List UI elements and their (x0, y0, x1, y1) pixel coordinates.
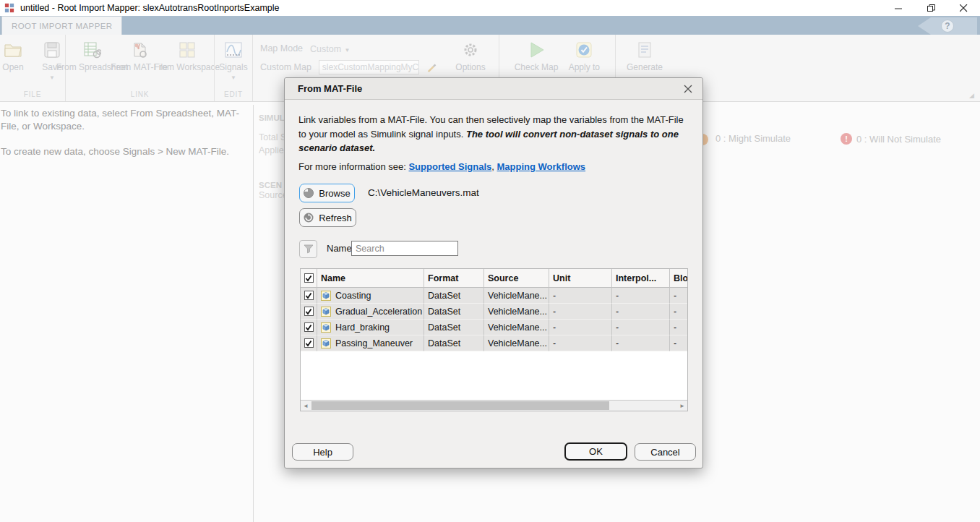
variable-format: DataSet (424, 304, 484, 320)
gear-icon (461, 40, 480, 59)
table-header-row: Name Format Source Unit Interpol... Bloc (301, 269, 688, 288)
variable-format: DataSet (424, 288, 484, 304)
link-group-label: LINK (66, 90, 214, 101)
dialog-titlebar[interactable]: From MAT-File (285, 78, 702, 100)
help-chevron: ? (918, 17, 977, 35)
table-row[interactable]: Gradual_Acceleration DataSet VehicleMane… (301, 304, 688, 320)
scrollbar-thumb[interactable] (311, 401, 609, 410)
window-titlebar: untitled - Root Import Mapper: slexAutot… (0, 0, 980, 16)
close-window-button[interactable] (947, 0, 980, 16)
variable-block: - (670, 304, 688, 320)
row-checkbox[interactable] (304, 338, 314, 348)
variable-name: Passing_Maneuver (335, 338, 413, 348)
custom-map-field[interactable]: slexCustomMappingMyCu (319, 60, 419, 74)
edit-custom-map-icon[interactable] (426, 61, 437, 73)
custom-map-label: Custom Map (260, 62, 311, 72)
search-input[interactable] (351, 241, 458, 256)
col-header-source[interactable]: Source (484, 269, 549, 288)
variable-interpolation: - (612, 320, 670, 335)
apply-check-icon (575, 40, 593, 59)
signals-dropdown-arrow[interactable]: ▼ (231, 74, 236, 81)
variable-interpolation: - (612, 335, 670, 351)
open-folder-icon (4, 40, 22, 59)
generate-button[interactable]: Generate (627, 40, 663, 73)
hint-create-data: To create new data, choose Signals > New… (0, 145, 249, 158)
col-header-block[interactable]: Bloc (670, 269, 688, 288)
hint-panel: To link to existing data, select From Sp… (0, 107, 249, 171)
col-header-name[interactable]: Name (317, 269, 424, 288)
hint-link-data: To link to existing data, select From Sp… (0, 107, 249, 133)
spreadsheet-icon (82, 40, 101, 59)
refresh-button[interactable]: Refresh (299, 208, 356, 227)
row-checkbox[interactable] (304, 322, 314, 332)
ok-button[interactable]: OK (564, 442, 627, 461)
variables-table: Name Format Source Unit Interpol... Bloc… (300, 268, 688, 411)
dialog-description: Link variables from a MAT-File. You can … (298, 113, 692, 155)
signals-sine-icon (224, 40, 243, 59)
col-header-interpolation[interactable]: Interpol... (612, 269, 670, 288)
col-header-unit[interactable]: Unit (549, 269, 612, 288)
fragment-scenario-header: SCEN (259, 181, 285, 189)
save-button[interactable]: Save ▼ (36, 40, 68, 81)
minimize-button[interactable] (882, 0, 915, 16)
variable-format: DataSet (424, 320, 484, 335)
filter-button[interactable] (299, 240, 317, 258)
check-map-play-icon (527, 40, 546, 59)
horizontal-scrollbar[interactable]: ◄ ► (301, 400, 687, 411)
open-button[interactable]: Open (0, 40, 29, 73)
from-spreadsheet-button[interactable]: From Spreadsheet (70, 40, 114, 73)
dialog-title: From MAT-File (298, 83, 362, 94)
variable-name: Hard_braking (335, 322, 390, 333)
cancel-button[interactable]: Cancel (635, 443, 696, 461)
variable-name: Gradual_Acceleration (335, 307, 422, 317)
variable-unit: - (549, 320, 612, 335)
dialog-close-icon[interactable] (681, 82, 695, 96)
table-row[interactable]: Coasting DataSet VehicleMane... - - - (301, 288, 688, 304)
table-row[interactable]: Hard_braking DataSet VehicleMane... - - … (301, 320, 688, 335)
dialog-info-line: For more information see: Supported Sign… (298, 161, 585, 172)
from-mat-file-dialog: From MAT-File Link variables from a MAT-… (284, 77, 703, 468)
map-mode-dropdown[interactable]: Custom ▼ (310, 42, 350, 55)
mat-file-icon (130, 40, 149, 59)
row-checkbox[interactable] (304, 307, 314, 316)
dataset-cube-icon (321, 291, 331, 301)
supported-signals-link[interactable]: Supported Signals (408, 161, 491, 172)
help-button[interactable]: Help (292, 443, 353, 461)
filter-funnel-icon (304, 244, 314, 254)
row-checkbox[interactable] (304, 291, 314, 300)
browse-button[interactable]: Browse (299, 184, 355, 202)
apply-to-button[interactable]: Apply to (568, 40, 600, 73)
filter-name-label: Name (327, 243, 352, 254)
mapping-workflows-link[interactable]: Mapping Workflows (497, 161, 586, 172)
fragment-total: Total S (259, 132, 285, 142)
table-row[interactable]: Passing_Maneuver DataSet VehicleMane... … (301, 335, 688, 351)
from-workspace-button[interactable]: From Workspace (164, 40, 210, 73)
variable-unit: - (549, 335, 612, 351)
scroll-left-icon[interactable]: ◄ (301, 401, 311, 411)
col-header-format[interactable]: Format (424, 269, 484, 288)
dataset-cube-icon (321, 338, 331, 348)
fragment-applied: Applie (259, 145, 285, 155)
check-map-button[interactable]: Check Map (515, 40, 559, 73)
variable-source: VehicleMane... (484, 335, 549, 351)
ribbon-collapse-icon[interactable]: ◢ (969, 92, 974, 99)
signals-button[interactable]: Signals ▼ (218, 40, 249, 81)
select-all-checkbox[interactable] (304, 273, 314, 283)
panel-splitter[interactable] (253, 105, 254, 522)
variable-unit: - (549, 288, 612, 304)
app-icon (4, 3, 14, 13)
status-might-simulate: 0 : Might Simulate (715, 133, 791, 144)
save-dropdown-arrow[interactable]: ▼ (49, 74, 55, 81)
browse-icon (304, 188, 314, 198)
help-icon[interactable]: ? (941, 20, 954, 33)
refresh-icon (304, 213, 314, 223)
tab-root-import-mapper[interactable]: ROOT IMPORT MAPPER (1, 16, 122, 35)
variable-name: Coasting (335, 291, 371, 301)
options-button[interactable]: Options (455, 40, 486, 73)
will-not-simulate-error-icon: ! (841, 133, 852, 145)
variable-block: - (670, 320, 688, 335)
restore-button[interactable] (915, 0, 947, 16)
scroll-right-icon[interactable]: ► (677, 401, 687, 411)
file-group-label: FILE (0, 90, 65, 101)
window-title: untitled - Root Import Mapper: slexAutot… (20, 3, 280, 13)
